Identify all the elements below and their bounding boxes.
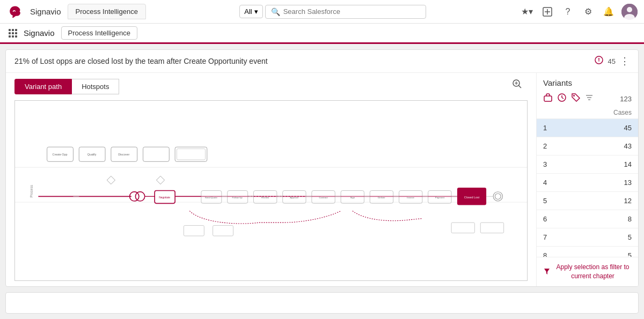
clock-icon[interactable] (557, 93, 567, 105)
card-header: 21% of Lost opps are closed lost by the … (6, 50, 638, 73)
subnav-module[interactable]: Process Intelligence (61, 26, 137, 40)
variants-panel: Variants (536, 73, 638, 286)
variant-num: 6 (543, 215, 628, 223)
variant-cases: 12 (624, 197, 632, 205)
svg-text:Closed Lost: Closed Lost (464, 196, 480, 199)
svg-text:Process: Process (30, 184, 33, 197)
subnav-app-name: Signavio (24, 28, 55, 38)
variant-num: 8 (543, 251, 628, 257)
svg-text:Qualify: Qualify (87, 153, 97, 156)
svg-line-72 (562, 98, 564, 99)
module-tab[interactable]: Process Intelligence (68, 4, 146, 19)
bottom-card (5, 292, 639, 314)
left-panel: Variant path Hotspots (6, 73, 536, 286)
variant-cases: 5 (628, 233, 632, 241)
variants-footer[interactable]: Apply selection as filter to current cha… (537, 257, 638, 286)
svg-text:Contract: Contract (319, 196, 328, 199)
variant-num: 3 (543, 160, 624, 168)
variants-icon-bar: 123 (537, 91, 638, 107)
add-icon[interactable] (540, 4, 555, 19)
svg-text:Review: Review (261, 196, 269, 199)
variants-list: 1 45 2 43 3 14 4 13 (537, 119, 638, 257)
svg-text:Payment: Payment (435, 196, 445, 199)
variant-cases: 45 (624, 124, 632, 132)
favorites-icon[interactable]: ★▾ (519, 4, 535, 19)
signavio-logo[interactable] (6, 3, 24, 20)
svg-rect-69 (544, 96, 552, 101)
variant-row-6[interactable]: 6 8 (537, 210, 638, 228)
settings-icon[interactable]: ⚙ (581, 4, 596, 19)
variants-filter-icon[interactable] (585, 93, 594, 104)
svg-text:Follow Up: Follow Up (232, 196, 243, 199)
search-dropdown-label: All (244, 8, 252, 16)
search-input[interactable] (283, 8, 420, 16)
tab-variant-path[interactable]: Variant path (14, 79, 72, 94)
variant-cases: 5 (628, 251, 632, 257)
search-dropdown[interactable]: All ▾ (239, 5, 262, 18)
apps-grid-icon[interactable] (9, 29, 17, 38)
svg-line-10 (519, 86, 522, 88)
cases-column-label: Cases (613, 109, 632, 116)
variants-table-header: Cases (537, 107, 638, 119)
svg-text:Send Quote: Send Quote (205, 196, 218, 199)
search-area: All ▾ 🔍 (152, 5, 513, 19)
svg-text:Create Opp: Create Opp (52, 153, 67, 156)
notifications-icon[interactable]: 🔔 (601, 4, 616, 19)
svg-point-8 (598, 61, 599, 62)
svg-text:Approve: Approve (290, 196, 299, 199)
footer-apply-text: Apply selection as filter to current cha… (554, 263, 632, 281)
card-header-icons: 45 ⋮ (594, 55, 630, 67)
variants-total-count: 123 (620, 95, 632, 103)
svg-text:Negotiate: Negotiate (159, 196, 170, 199)
svg-point-73 (573, 95, 575, 97)
main-card: 21% of Lost opps are closed lost by the … (5, 49, 639, 287)
variant-cases: 13 (624, 179, 632, 187)
search-box[interactable]: 🔍 (265, 5, 426, 19)
variant-num: 2 (543, 142, 624, 150)
variant-row-2[interactable]: 2 43 (537, 137, 638, 155)
tab-bar: Variant path Hotspots (6, 73, 536, 95)
diagram-area[interactable]: Create Opp Qualify Discover (14, 100, 528, 281)
variant-num: 4 (543, 179, 624, 187)
variant-num: 5 (543, 197, 624, 205)
user-avatar[interactable] (621, 4, 638, 20)
sub-navbar: Signavio Process Intelligence (0, 24, 644, 44)
top-navbar: Signavio Process Intelligence All ▾ 🔍 ★▾… (0, 0, 644, 24)
variant-cases: 43 (624, 142, 632, 150)
more-options-icon[interactable]: ⋮ (620, 55, 630, 67)
variant-row-1[interactable]: 1 45 (537, 119, 638, 137)
svg-marker-77 (544, 269, 550, 275)
help-icon[interactable]: ? (560, 4, 575, 19)
svg-text:Invoice: Invoice (407, 196, 414, 199)
variant-num: 7 (543, 233, 628, 241)
count-badge: 45 (608, 57, 616, 65)
tab-hotspots[interactable]: Hotspots (72, 79, 119, 94)
search-icon: 🔍 (271, 8, 280, 16)
variant-num: 1 (543, 124, 624, 132)
app-name: Signavio (30, 7, 61, 16)
briefcase-icon[interactable] (543, 93, 553, 105)
svg-text:Deliver: Deliver (378, 196, 385, 199)
funnel-icon (543, 268, 551, 277)
variant-row-5[interactable]: 5 12 (537, 192, 638, 210)
variant-row-4[interactable]: 4 13 (537, 174, 638, 192)
navbar-icon-group: ★▾ ? ⚙ 🔔 (519, 4, 638, 20)
svg-point-4 (627, 7, 632, 12)
variant-row-3[interactable]: 3 14 (537, 155, 638, 174)
variants-title: Variants (537, 73, 638, 91)
card-body: Variant path Hotspots (6, 73, 638, 286)
svg-text:Sign: Sign (350, 196, 355, 199)
filter-icon[interactable] (594, 55, 604, 67)
variant-cases: 8 (628, 215, 632, 223)
tag-icon[interactable] (571, 93, 581, 105)
chevron-down-icon: ▾ (254, 8, 258, 16)
svg-text:Discover: Discover (118, 153, 129, 156)
variant-row-8[interactable]: 8 5 (537, 247, 638, 257)
variant-cases: 14 (624, 160, 632, 168)
card-title: 21% of Lost opps are closed lost by the … (14, 57, 590, 65)
variant-row-7[interactable]: 7 5 (537, 228, 638, 247)
main-content: 21% of Lost opps are closed lost by the … (0, 44, 644, 319)
zoom-icon[interactable] (511, 78, 522, 95)
